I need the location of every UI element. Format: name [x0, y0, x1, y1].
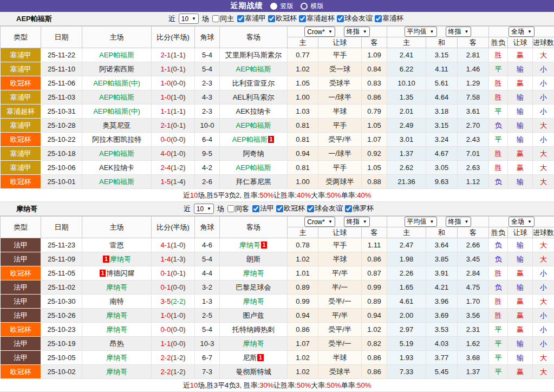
- same-venue-label: 同主: [220, 14, 234, 24]
- final-odds-select[interactable]: 终指▼: [344, 27, 370, 37]
- handicap-line: 半球: [318, 252, 362, 266]
- league-checkbox[interactable]: [252, 205, 259, 212]
- league-checkbox[interactable]: [375, 15, 382, 22]
- away-team-link[interactable]: AEK拉纳卡: [236, 107, 271, 115]
- away-team-link[interactable]: 尼斯: [243, 354, 257, 362]
- section-header: 摩纳哥 近 10▼ 场 同客 法甲欧冠杯球会友谊佛罗杯: [0, 202, 554, 216]
- home-team-link[interactable]: 阿拉木图凯拉特: [92, 135, 141, 143]
- away-team-link[interactable]: 摩纳哥: [239, 241, 260, 249]
- avg-home-odds: 2.41: [387, 48, 426, 62]
- home-team-link[interactable]: AEK拉纳卡: [99, 164, 134, 172]
- home-team-link[interactable]: 博德闪耀: [106, 269, 134, 277]
- home-team-link[interactable]: 南特: [110, 297, 124, 305]
- away-team-link[interactable]: AEP帕福斯: [236, 65, 271, 73]
- league-checkbox[interactable]: [276, 205, 283, 212]
- home-team-link[interactable]: AEP帕福斯: [99, 178, 134, 186]
- corner-score: 5-4: [195, 323, 220, 337]
- home-team-link[interactable]: AEP帕福斯(中): [93, 79, 140, 87]
- league-filter[interactable]: 塞浦超杯: [297, 14, 335, 23]
- home-team-link[interactable]: AEP帕福斯: [99, 51, 134, 59]
- home-team-link[interactable]: 摩纳哥: [106, 283, 127, 291]
- bookmaker-select[interactable]: Crow*▼: [304, 217, 335, 227]
- halftime-score: (0-0): [171, 339, 185, 348]
- league-filter[interactable]: 佛罗杯: [343, 204, 374, 213]
- layout-radio-vertical[interactable]: 竖版: [270, 2, 294, 11]
- radio-selected-icon[interactable]: [270, 3, 277, 10]
- league-filter[interactable]: 塞浦甲: [235, 14, 266, 23]
- away-team-link[interactable]: 巴黎足球会: [236, 283, 271, 291]
- games-count-select[interactable]: 10▼: [179, 14, 199, 24]
- subcol-avg-home: 主: [387, 37, 426, 48]
- result-winloss: 胜: [489, 48, 508, 62]
- bookmaker-select[interactable]: Crow*▼: [304, 27, 335, 37]
- league-filter[interactable]: 球会友谊: [335, 14, 373, 23]
- home-team-link[interactable]: AEP帕福斯: [99, 149, 134, 158]
- away-team-link[interactable]: 阿奇纳: [243, 149, 264, 158]
- same-venue-filter[interactable]: 同客: [225, 204, 249, 214]
- home-team-link[interactable]: AEP帕福斯: [99, 93, 134, 101]
- avg-home-odds: 2.01: [387, 104, 426, 119]
- home-team-link[interactable]: 昂热: [110, 339, 124, 348]
- away-team-link[interactable]: 摩纳哥: [243, 269, 264, 277]
- away-team-link[interactable]: AEP帕福斯: [236, 121, 271, 129]
- home-team-link[interactable]: 摩纳哥: [106, 368, 127, 376]
- away-team-link[interactable]: 朗斯: [246, 255, 260, 263]
- same-venue-checkbox[interactable]: [227, 205, 234, 212]
- league-filter[interactable]: 欧冠杯: [266, 14, 297, 23]
- scope-select[interactable]: 全场▼: [509, 217, 535, 227]
- away-team-link[interactable]: 托特纳姆热刺: [232, 325, 275, 334]
- league-filter[interactable]: 球会友谊: [305, 204, 343, 213]
- result-overunder: 小: [533, 337, 554, 351]
- home-team-link[interactable]: 阿诺索西斯: [99, 65, 134, 73]
- avg-away-odds: 1.12: [458, 175, 489, 189]
- average-select[interactable]: 平均值▼: [405, 217, 437, 227]
- away-team-link[interactable]: AEL利马索尔: [233, 93, 275, 101]
- avg-final-odds-select[interactable]: 终指▼: [446, 217, 472, 227]
- home-team-link[interactable]: 奥莫尼亚: [103, 121, 131, 129]
- avg-final-odds-select[interactable]: 终指▼: [446, 27, 472, 37]
- avg-away-odds: 7.58: [458, 90, 489, 104]
- away-team-link[interactable]: 图卢兹: [243, 311, 264, 319]
- league-checkbox[interactable]: [299, 15, 306, 22]
- away-team-link[interactable]: 曼彻斯特城: [236, 368, 271, 376]
- away-team-link[interactable]: 摩纳哥: [243, 297, 264, 305]
- away-team-link[interactable]: 拜仁慕尼黑: [236, 178, 271, 186]
- away-team-link[interactable]: AEP帕福斯: [232, 135, 268, 143]
- radio-unselected-icon[interactable]: [301, 3, 308, 10]
- home-team-link[interactable]: 雷恩: [110, 241, 124, 249]
- home-team-link[interactable]: 摩纳哥: [106, 354, 127, 362]
- same-venue-filter[interactable]: 同主: [210, 14, 234, 24]
- home-team-link[interactable]: 摩纳哥: [110, 255, 131, 263]
- same-venue-checkbox[interactable]: [212, 15, 219, 22]
- home-team-link[interactable]: AEP帕福斯(中): [93, 107, 140, 115]
- summary-segment: 单率:: [341, 191, 357, 200]
- away-team-link[interactable]: 比利亚雷亚尔: [232, 79, 275, 87]
- league-checkbox[interactable]: [268, 15, 275, 22]
- league-filter[interactable]: 塞浦杯: [373, 14, 403, 23]
- away-team-link[interactable]: 摩纳哥: [243, 339, 264, 348]
- avg-home-odds: 7.33: [387, 365, 426, 379]
- final-odds-select[interactable]: 终指▼: [344, 217, 370, 227]
- league-filter[interactable]: 欧冠杯: [274, 204, 305, 213]
- avg-home-odds: 2.47: [387, 238, 426, 252]
- league-checkbox[interactable]: [307, 205, 314, 212]
- home-team-cell: 1摩纳哥1: [82, 365, 152, 379]
- home-team-link[interactable]: 摩纳哥: [106, 325, 127, 334]
- handicap-line: 平/半: [318, 309, 362, 323]
- result-handicap: 赢: [508, 323, 533, 337]
- average-select[interactable]: 平均值▼: [405, 27, 437, 37]
- scope-select[interactable]: 全场▼: [509, 27, 535, 37]
- avg-home-odds: 1.37: [387, 147, 426, 161]
- layout-radio-horizontal[interactable]: 横版: [301, 2, 324, 11]
- games-count-select[interactable]: 10▼: [194, 204, 214, 214]
- league-checkbox[interactable]: [237, 15, 244, 22]
- away-team-link[interactable]: 艾里斯利马斯素尔: [225, 51, 282, 59]
- league-filter[interactable]: 法甲: [250, 204, 274, 213]
- league-checkbox[interactable]: [345, 205, 352, 212]
- home-team-link[interactable]: 摩纳哥: [106, 311, 127, 319]
- league-checkbox[interactable]: [337, 15, 344, 22]
- handicap-home-odds: 0.81: [288, 161, 318, 175]
- col-header-corner: 角球: [195, 27, 220, 48]
- away-team-link[interactable]: AEP帕福斯: [236, 164, 271, 172]
- score-cell: 1-0(0-0): [152, 76, 195, 90]
